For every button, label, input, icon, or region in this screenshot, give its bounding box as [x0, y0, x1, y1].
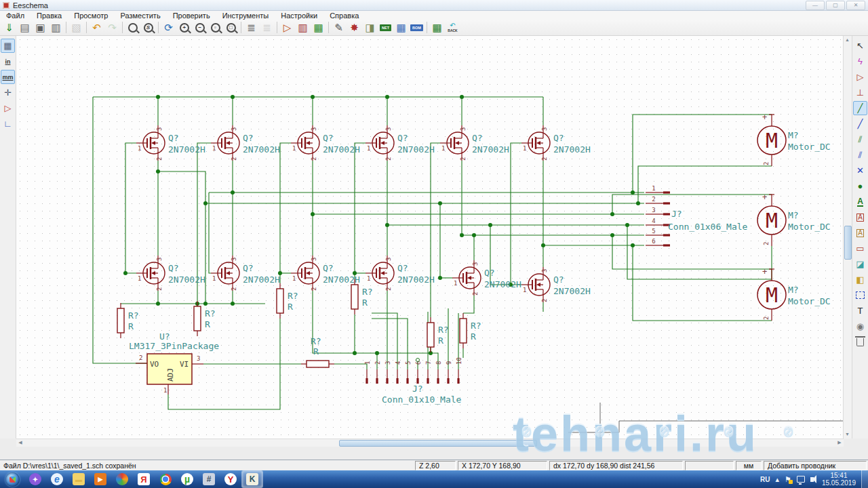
refresh-view-icon[interactable]: ⟳ [161, 20, 176, 35]
highlight-net-icon[interactable]: ϟ [853, 54, 867, 68]
scroll-down-arrow[interactable]: ▼ [844, 430, 851, 439]
status-bar: Файл D:\vres\1\1\_saved_1.sch сохранён Z… [0, 460, 868, 470]
hierarchical-sheet-icon[interactable]: ▭ [853, 241, 867, 256]
plot-icon[interactable]: ▥ [48, 20, 64, 35]
global-label-icon[interactable]: A [853, 210, 867, 224]
hierarchical-label-icon[interactable]: A [853, 226, 867, 240]
find-replace-icon[interactable]: S [140, 20, 156, 35]
net-label-icon[interactable]: A [853, 195, 867, 209]
svg-text:6: 6 [415, 361, 422, 365]
menu-item-0[interactable]: Файл [0, 11, 31, 20]
library-browser-icon[interactable]: ▥ [295, 20, 311, 35]
minimize-button[interactable]: — [806, 1, 825, 10]
menu-item-6[interactable]: Настройки [275, 11, 323, 20]
symbol-fields-table-icon[interactable]: ▦ [393, 20, 409, 35]
schematic-canvas[interactable]: 132Q?2N7002H132Q?2N7002H132Q?2N7002H132Q… [16, 36, 844, 439]
network-icon[interactable] [797, 476, 805, 483]
show-desktop-button[interactable] [861, 470, 868, 488]
zoom-selection-icon[interactable]: □ [223, 20, 239, 35]
footprint-viewer-icon[interactable]: ▦ [311, 20, 326, 35]
pcbnew-icon[interactable]: ▦ [429, 20, 445, 35]
yandex-search-icon[interactable]: Я [134, 471, 154, 487]
cursor-shape-icon[interactable]: ✛ [1, 85, 15, 100]
svg-text:1: 1 [212, 275, 216, 282]
menu-item-4[interactable]: Проверить [167, 11, 216, 20]
text-icon[interactable]: T [853, 304, 867, 318]
sheet-pin-icon[interactable]: ◧ [853, 272, 867, 287]
start-button[interactable] [5, 472, 20, 487]
language-indicator[interactable]: RU [760, 476, 770, 483]
graphic-line-icon[interactable] [853, 288, 867, 302]
chrome-icon[interactable] [155, 471, 176, 487]
file-explorer-icon[interactable]: ▬ [68, 471, 89, 487]
find-icon[interactable] [125, 20, 140, 35]
import-sheet-pin-icon[interactable]: ◪ [853, 257, 867, 271]
place-junction-icon[interactable]: ● [853, 179, 867, 193]
svg-text:Motor_DC: Motor_DC [788, 222, 831, 232]
annotate-icon[interactable]: ✎ [331, 20, 347, 35]
window-gap [0, 446, 868, 460]
print-icon[interactable]: ▣ [33, 20, 48, 35]
no-connect-icon[interactable]: ✕ [853, 163, 867, 178]
browser-icon[interactable] [112, 471, 132, 487]
vertical-scroll-thumb[interactable] [844, 226, 852, 260]
back-import-icon[interactable]: ↶BACK [445, 20, 460, 35]
menu-item-1[interactable]: Правка [31, 11, 68, 20]
place-power-port-icon[interactable]: ⊥ [853, 85, 867, 100]
taskbar-clock[interactable]: 15:41 15.05.2019 [822, 472, 856, 487]
internet-explorer-icon[interactable]: e [47, 471, 67, 487]
assign-footprints-icon[interactable]: ◨ [362, 20, 378, 35]
place-bus-icon[interactable]: ╱ [853, 117, 867, 131]
utorrent-icon[interactable]: µ [177, 471, 197, 487]
svg-text:8: 8 [435, 361, 442, 365]
svg-text:3: 3 [472, 262, 479, 266]
save-icon[interactable]: ⇓ [1, 20, 17, 35]
bus-to-bus-entry-icon[interactable]: ⫽ [853, 148, 867, 162]
place-symbol-icon[interactable]: ▷ [853, 70, 867, 84]
netlist-icon[interactable]: NET [378, 20, 393, 35]
menu-item-5[interactable]: Инструменты [216, 11, 275, 20]
menu-item-7[interactable]: Справка [323, 11, 365, 20]
image-icon[interactable]: ◉ [853, 319, 867, 333]
bom-icon[interactable]: BOM [409, 20, 425, 35]
selection-tool-icon[interactable]: ↖ [853, 39, 867, 53]
zoom-fit-icon[interactable]: ▫ [208, 20, 223, 35]
action-center-flag-icon[interactable]: ⚑ [785, 475, 791, 484]
kicad-taskbar-icon[interactable]: K [242, 471, 262, 487]
scroll-right-arrow[interactable]: ▶ [835, 439, 844, 446]
wire-to-bus-entry-icon[interactable]: ⫽ [853, 132, 867, 146]
scroll-up-arrow[interactable]: ▲ [844, 36, 851, 44]
undo-icon[interactable]: ↶ [89, 20, 104, 35]
speaker-icon[interactable] [810, 477, 814, 482]
horizontal-scroll-thumb[interactable] [339, 440, 537, 447]
erc-icon[interactable]: ✸ [347, 20, 362, 35]
place-wire-icon[interactable]: ╱ [853, 101, 867, 115]
yandex-browser-icon[interactable]: Y [220, 471, 241, 487]
scroll-left-arrow[interactable]: ◀ [16, 439, 24, 446]
page-settings-icon[interactable]: ▤ [17, 20, 33, 35]
menu-item-3[interactable]: Разместить [114, 11, 166, 20]
taskbar: ✦e▬▶Яµ#YK RU ▴ ⚑ 15:41 15.05.2019 [0, 470, 868, 488]
zoom-in-icon[interactable]: + [176, 20, 192, 35]
delete-icon[interactable] [853, 335, 867, 349]
punto-switcher-icon[interactable]: # [199, 471, 219, 487]
ortho-mode-icon[interactable]: ∟ [1, 117, 15, 131]
menu-item-2[interactable]: Просмотр [68, 11, 114, 20]
grid-toggle-icon[interactable]: ▦ [1, 39, 15, 53]
svg-text:3: 3 [311, 258, 317, 261]
zoom-out-icon[interactable]: − [192, 20, 208, 35]
horizontal-scrollbar[interactable]: ◀ ▶ [16, 439, 844, 447]
media-player-icon[interactable]: ▶ [90, 471, 111, 487]
svg-text:VI: VI [180, 360, 189, 369]
maximize-button[interactable]: ▢ [826, 1, 845, 10]
hidden-icons-arrow[interactable]: ▴ [776, 475, 780, 484]
close-button[interactable]: ✕ [846, 1, 865, 10]
hierarchy-navigator-icon[interactable]: ≣ [243, 20, 259, 35]
yandex-alpha-icon[interactable]: ✦ [25, 471, 45, 487]
units-inch-toggle[interactable]: in [1, 54, 15, 68]
svg-text:R?: R? [362, 287, 373, 297]
hidden-pins-icon[interactable]: ▷ [1, 101, 15, 115]
units-mm-toggle[interactable]: mm [1, 70, 15, 84]
symbol-editor-icon[interactable]: ▷ [279, 20, 295, 35]
vertical-scrollbar[interactable]: ▲ ▼ [843, 36, 852, 439]
